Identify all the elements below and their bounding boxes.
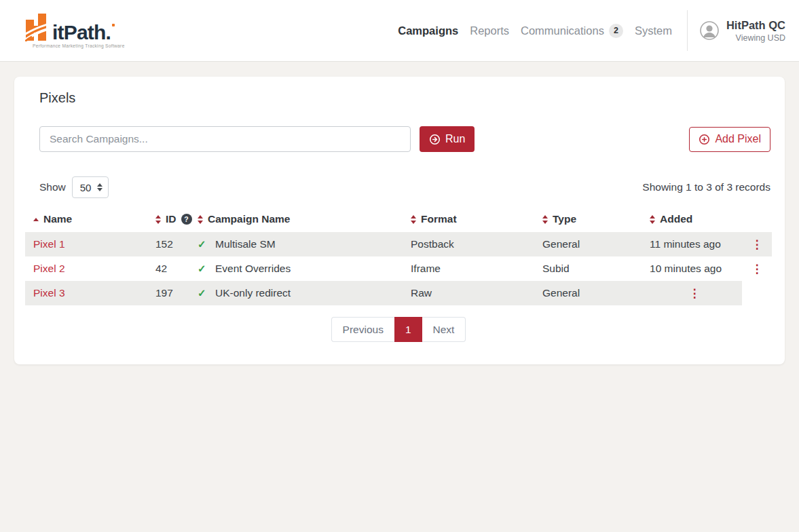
column-format-label: Format [421,213,457,225]
format-cell: Raw [408,281,540,305]
pixel-name-link[interactable]: Pixel 3 [33,287,65,299]
pixel-id-cell: 197 [153,281,195,305]
toolbar: Run Add Pixel [25,126,772,152]
run-button-label: Run [445,133,465,145]
active-check-icon: ✓ [198,287,206,299]
pixel-id-cell: 42 [153,256,195,281]
type-cell: General [540,281,647,305]
column-added-label: Added [660,213,692,225]
communications-count-badge: 2 [609,24,623,38]
logo-wordmark: itPath. [52,22,111,43]
nav-item-system[interactable]: System [635,24,672,37]
plus-circle-icon [699,134,710,145]
hitpath-logo-mark [25,13,51,41]
type-cell: Subid [540,256,647,281]
nav-communications-label: Communications [521,24,604,37]
added-cell: 10 minutes ago [647,256,742,281]
column-header-added[interactable]: Added [647,208,742,232]
nav-item-communications[interactable]: Communications 2 [521,24,623,38]
column-campaign-label: Campaign Name [208,213,290,225]
active-check-icon: ✓ [198,263,206,274]
sort-both-icon [198,215,203,224]
page-size-value: 50 [80,182,92,193]
id-help-icon[interactable]: ? [181,214,192,225]
campaign-name-cell: Multisale SM [212,232,408,256]
nav-campaigns-label: Campaigns [398,24,458,37]
logo-trademark-dot [112,24,115,26]
records-summary: Showing 1 to 3 of 3 records [642,181,770,193]
nav-system-label: System [635,24,672,37]
type-cell: General [540,232,647,256]
table-controls: Show 50 Showing 1 to 3 of 3 records [25,176,772,198]
next-page-button[interactable]: Next [422,317,466,342]
column-header-id[interactable]: ID ? [153,208,195,232]
nav-item-reports[interactable]: Reports [470,24,509,37]
app-header: itPath. Performance Marketing Tracking S… [0,0,799,62]
sort-both-icon [650,215,655,224]
arrow-right-circle-icon [429,134,441,145]
user-avatar-icon [700,21,719,40]
table-row: Pixel 2 42 ✓ Event Overrides Iframe Subi… [25,256,772,281]
table-row: Pixel 1 152 ✓ Multisale SM Postback Gene… [25,232,772,256]
logo-tagline: Performance Marketing Tracking Software [25,43,113,48]
main-nav: Campaigns Reports Communications 2 Syste… [398,24,672,38]
row-actions-kebab-icon[interactable]: ⋮ [650,288,739,299]
column-header-format[interactable]: Format [408,208,540,232]
row-actions-kebab-icon[interactable]: ⋮ [745,263,769,275]
format-cell: Postback [408,232,540,256]
nav-reports-label: Reports [470,24,509,37]
campaign-name-cell: UK-only redirect [212,281,408,305]
user-menu[interactable]: HitPath QC Viewing USD [687,10,785,51]
pixels-table: Name ID ? Campaign Name [25,208,772,305]
page-size-select[interactable]: 50 [72,176,109,198]
sort-both-icon [411,215,416,224]
column-header-name[interactable]: Name [25,208,153,232]
sort-both-icon [155,215,161,224]
pagination: Previous 1 Next [25,317,772,342]
user-name: HitPath QC [726,18,785,33]
active-check-icon: ✓ [198,238,206,250]
show-label: Show [39,181,66,193]
pixel-name-link[interactable]: Pixel 1 [33,238,65,250]
search-input[interactable] [39,126,411,152]
user-viewing-currency: Viewing USD [736,33,785,43]
table-row: Pixel 3 197 ✓ UK-only redirect Raw Gener… [25,281,772,305]
sort-both-icon [542,215,548,224]
column-name-label: Name [43,213,72,225]
add-pixel-button[interactable]: Add Pixel [689,127,770,152]
format-cell: Iframe [408,256,540,281]
table-header-row: Name ID ? Campaign Name [25,208,772,232]
row-actions-kebab-icon[interactable]: ⋮ [745,239,769,250]
column-id-label: ID [166,213,176,225]
column-header-type[interactable]: Type [540,208,647,232]
current-page-button[interactable]: 1 [394,317,422,342]
page-title: Pixels [25,90,772,106]
column-header-actions [742,208,772,232]
add-pixel-button-label: Add Pixel [715,133,761,145]
campaign-name-cell: Event Overrides [212,256,408,281]
added-cell: 11 minutes ago [647,232,742,256]
run-button[interactable]: Run [420,126,475,152]
select-arrows-icon [97,183,103,191]
nav-item-campaigns[interactable]: Campaigns [398,24,458,37]
previous-page-button[interactable]: Previous [331,317,394,342]
pixel-name-link[interactable]: Pixel 2 [33,263,65,274]
sort-asc-icon [33,218,39,221]
pixel-id-cell: 152 [153,232,195,256]
pixels-card: Pixels Run Add Pixel Show 50 Showing 1 t… [14,77,785,364]
hitpath-logo[interactable]: itPath. Performance Marketing Tracking S… [25,13,113,48]
column-header-campaign-name[interactable]: Campaign Name [195,208,408,232]
column-type-label: Type [553,213,576,225]
